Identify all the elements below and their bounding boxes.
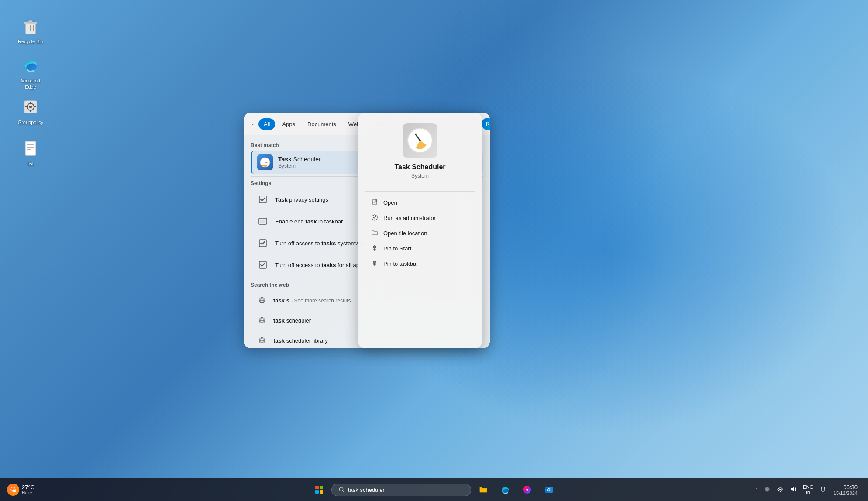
start-button[interactable] (310, 480, 329, 499)
svg-point-10 (29, 106, 32, 108)
best-match-text: Task Scheduler System (278, 156, 321, 169)
edge-icon (20, 55, 41, 76)
tray-expand-button[interactable]: ˄ (754, 486, 759, 494)
svg-line-44 (374, 200, 377, 203)
run-admin-icon (370, 214, 379, 222)
weather-temp: 27°C (22, 484, 34, 491)
taskbar-center: ✦ O O (310, 480, 558, 499)
edge-taskbar-button[interactable] (496, 480, 515, 499)
action-pin-to-start[interactable]: Pin to Start (365, 241, 475, 256)
svg-line-54 (343, 491, 344, 492)
action-divider (365, 191, 475, 192)
clock-date: 15/12/2024 (834, 491, 858, 496)
pin-start-label: Pin to Start (383, 245, 411, 252)
desktop: Recycle Bin Microsoft Ed (0, 0, 868, 501)
region-code: IN (806, 490, 810, 495)
svg-point-64 (765, 487, 769, 491)
weather-widget[interactable]: 🌤 27°C Haze (7, 484, 34, 496)
clock-time: 06:30 (843, 484, 858, 491)
list-label: list (28, 161, 33, 167)
desktop-icon-edge[interactable]: Microsoft Edge (13, 52, 48, 93)
task-scheduler-icon (257, 154, 273, 170)
taskbar-search-bar[interactable] (331, 484, 471, 496)
search-icon-1 (256, 294, 268, 306)
best-match-sub: System (278, 163, 321, 169)
search-bar-icon (339, 487, 344, 493)
volume-icon[interactable] (788, 484, 799, 496)
app-icon-large (403, 123, 437, 158)
system-clock[interactable]: 06:30 15/12/2024 (830, 482, 861, 498)
svg-point-65 (780, 491, 781, 491)
search-icon-2 (256, 314, 268, 326)
recycle-bin-icon (20, 16, 41, 37)
notification-bell-icon[interactable] (818, 484, 828, 496)
system-tray: ˄ (754, 483, 828, 496)
file-explorer-icon (479, 485, 488, 494)
recycle-bin-label: Recycle Bin (18, 38, 43, 45)
svg-text:✦: ✦ (525, 487, 529, 492)
grouppolicy-label: Grouppolicy (18, 119, 44, 125)
action-pin-to-taskbar[interactable]: Pin to taskbar (365, 256, 475, 271)
weather-condition: Haze (22, 491, 34, 495)
action-open[interactable]: Open (365, 195, 475, 210)
weather-text: 27°C Haze (22, 484, 34, 495)
file-location-label: Open file location (383, 230, 427, 237)
run-admin-label: Run as administrator (383, 215, 436, 221)
pin-start-icon (370, 244, 379, 253)
windows-logo-icon (315, 486, 323, 494)
grouppolicy-icon (20, 96, 41, 117)
app-type-right: System (411, 173, 429, 179)
back-button[interactable]: ← (251, 118, 257, 130)
outlook-taskbar-button[interactable]: O O (539, 480, 558, 499)
enable-end-task-icon (256, 214, 270, 228)
pin-taskbar-icon (370, 260, 379, 268)
language-indicator[interactable]: ENG IN (801, 483, 815, 496)
tab-apps[interactable]: Apps (277, 118, 300, 130)
desktop-icon-list[interactable]: list (13, 135, 48, 169)
right-panel: Task Scheduler System Open Run as admini… (358, 113, 482, 348)
lang-code: ENG (803, 484, 813, 490)
action-run-as-admin[interactable]: Run as administrator (365, 210, 475, 226)
taskbar-left: 🌤 27°C Haze (7, 484, 34, 496)
desktop-icon-recycle-bin[interactable]: Recycle Bin (13, 13, 48, 47)
turn-off-all-apps-icon (256, 258, 270, 272)
taskbar-right: ˄ (754, 482, 861, 498)
security-icon[interactable] (762, 484, 772, 496)
action-open-file-location[interactable]: Open file location (365, 226, 475, 241)
tab-documents[interactable]: Documents (302, 118, 341, 130)
taskbar-search-input[interactable] (348, 487, 464, 493)
turn-off-systemwide-icon (256, 236, 270, 250)
search-icon-3 (256, 334, 268, 347)
best-match-name: Task Scheduler (278, 156, 321, 163)
task-privacy-icon (256, 192, 270, 206)
pin-taskbar-label: Pin to taskbar (383, 261, 418, 267)
copilot-taskbar-button[interactable]: ✦ (517, 480, 537, 499)
user-avatar[interactable]: R (482, 118, 490, 130)
open-icon (370, 199, 379, 207)
wifi-icon[interactable] (775, 484, 785, 496)
edge-label: Microsoft Edge (16, 78, 45, 90)
svg-rect-15 (25, 141, 36, 155)
taskbar: 🌤 27°C Haze (0, 478, 868, 501)
list-icon (20, 138, 41, 159)
file-location-icon (370, 229, 379, 237)
desktop-icon-grouppolicy[interactable]: Grouppolicy (13, 94, 48, 128)
svg-point-67 (823, 486, 823, 487)
svg-text:O: O (545, 488, 548, 491)
open-label: Open (383, 199, 397, 206)
app-name-right: Task Scheduler (394, 163, 445, 171)
weather-icon: 🌤 (7, 484, 19, 496)
tab-all[interactable]: All (258, 118, 275, 130)
file-explorer-button[interactable] (474, 480, 493, 499)
